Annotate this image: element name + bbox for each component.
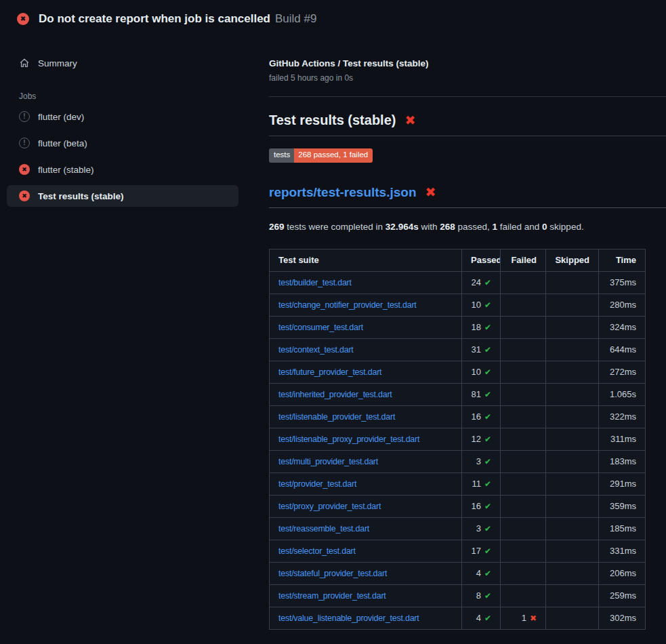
skipped-value — [546, 495, 599, 517]
passed-value: 4 — [476, 613, 481, 623]
passed-value: 31 — [471, 344, 480, 355]
table-row: test/provider_test.dart 11✔ 291ms — [270, 472, 646, 495]
passed-value: 81 — [471, 389, 480, 399]
table-row: test/selector_test.dart 17✔ 331ms — [270, 540, 646, 562]
passed-value: 10 — [471, 367, 480, 377]
run-failed-icon: ✖ — [17, 13, 29, 25]
check-icon: ✔ — [484, 457, 491, 466]
sidebar-item-test-results-stable[interactable]: ✖ Test results (stable) — [7, 185, 238, 207]
table-row: test/future_provider_test.dart 10✔ 272ms — [270, 361, 646, 383]
run-status-text: failed 5 hours ago in 0s — [269, 73, 666, 83]
badge-label: tests — [269, 148, 294, 163]
test-suite-link[interactable]: test/provider_test.dart — [278, 479, 356, 489]
skipped-value — [546, 383, 599, 405]
test-suite-link[interactable]: test/context_test.dart — [278, 345, 354, 355]
report-heading: reports/test-results.json ✖ — [269, 185, 666, 208]
x-glyph: ✖ — [20, 16, 26, 22]
passed-value: 3 — [476, 456, 481, 466]
time-value: 302ms — [599, 607, 646, 629]
sidebar-item-flutter-stable[interactable]: ✖ flutter (stable) — [7, 159, 238, 180]
table-row: test/multi_provider_test.dart 3✔ 183ms — [270, 450, 646, 472]
test-suite-link[interactable]: test/proxy_provider_test.dart — [278, 502, 381, 511]
test-suite-link[interactable]: test/stream_provider_test.dart — [278, 591, 386, 601]
summary-text: tests were completed in — [285, 222, 386, 232]
time-value: 324ms — [599, 316, 646, 338]
section-heading: Test results (stable) ✖ — [269, 113, 666, 136]
sidebar-item-label: flutter (dev) — [38, 112, 84, 122]
sidebar: Summary Jobs ! flutter (dev) ! flutter (… — [0, 38, 257, 207]
run-header: ✖ Do not create report when job is cance… — [0, 0, 666, 38]
table-row: test/change_notifier_provider_test.dart … — [270, 294, 646, 316]
check-icon: ✔ — [484, 613, 491, 623]
failed-icon: ✖ — [19, 190, 30, 201]
passed-value: 16 — [471, 501, 480, 511]
skipped-value — [546, 450, 599, 472]
badge-value: 268 passed, 1 failed — [294, 148, 373, 163]
section-title: Test results (stable) — [269, 113, 396, 128]
summary-text: passed, — [455, 222, 493, 232]
column-header-skipped: Skipped — [546, 249, 599, 271]
test-suite-link[interactable]: test/listenable_provider_test.dart — [278, 412, 395, 422]
table-row: test/value_listenable_provider_test.dart… — [270, 607, 646, 629]
check-icon: ✔ — [484, 524, 491, 534]
time-value: 311ms — [599, 428, 646, 450]
time-value: 259ms — [599, 584, 646, 607]
time-value: 183ms — [599, 450, 646, 472]
sidebar-item-flutter-dev[interactable]: ! flutter (dev) — [7, 106, 238, 127]
passed-value: 18 — [471, 322, 480, 332]
skipped-value — [546, 405, 599, 428]
passed-value: 16 — [471, 411, 480, 422]
cancelled-icon: ! — [19, 138, 30, 148]
test-suite-link[interactable]: test/multi_provider_test.dart — [278, 457, 378, 466]
summary-text: failed and — [497, 222, 542, 232]
passed-value: 3 — [476, 523, 481, 534]
skipped-count: 0 — [542, 222, 547, 232]
cancelled-icon: ! — [19, 111, 30, 122]
jobs-section-label: Jobs — [19, 92, 257, 101]
duration: 32.964s — [386, 222, 419, 232]
table-row: test/stateful_provider_test.dart 4✔ 206m… — [270, 562, 646, 584]
cross-icon: ✖ — [530, 613, 537, 623]
breadcrumb: GitHub Actions / Test results (stable) — [269, 58, 666, 68]
test-suite-link[interactable]: test/selector_test.dart — [278, 546, 356, 556]
test-suite-link[interactable]: test/builder_test.dart — [278, 278, 352, 287]
table-row: test/listenable_provider_test.dart 16✔ 3… — [270, 405, 646, 428]
summary-text: with — [419, 222, 440, 232]
sidebar-item-flutter-beta[interactable]: ! flutter (beta) — [7, 132, 238, 154]
exclamation-glyph: ! — [23, 113, 25, 120]
time-value: 185ms — [599, 517, 646, 540]
test-suite-link[interactable]: test/stateful_provider_test.dart — [278, 569, 387, 578]
time-value: 322ms — [599, 405, 646, 428]
time-value: 331ms — [599, 540, 646, 562]
test-suite-link[interactable]: test/reassemble_test.dart — [278, 524, 369, 534]
time-value: 291ms — [599, 472, 646, 495]
failed-value: 1 — [522, 613, 526, 623]
passed-count: 268 — [440, 222, 455, 232]
sidebar-item-label: Test results (stable) — [38, 191, 124, 201]
check-icon: ✔ — [484, 390, 491, 399]
skipped-value — [546, 540, 599, 562]
time-value: 280ms — [599, 294, 646, 316]
passed-value: 11 — [472, 479, 481, 489]
check-icon: ✔ — [484, 479, 491, 489]
table-row: test/consumer_test.dart 18✔ 324ms — [270, 316, 646, 338]
summary-text: skipped. — [547, 222, 584, 232]
test-suite-link[interactable]: test/future_provider_test.dart — [278, 367, 381, 377]
test-suite-link[interactable]: test/value_listenable_provider_test.dart — [278, 613, 419, 623]
time-value: 206ms — [599, 562, 646, 584]
test-suite-link[interactable]: test/listenable_proxy_provider_test.dart — [278, 435, 419, 444]
test-suite-link[interactable]: test/consumer_test.dart — [278, 323, 363, 332]
failed-icon: ✖ — [19, 164, 30, 175]
table-row: test/inherited_provider_test.dart 81✔ 1.… — [270, 383, 646, 405]
test-suite-link[interactable]: test/change_notifier_provider_test.dart — [278, 300, 417, 310]
check-icon: ✔ — [484, 323, 491, 332]
skipped-value — [546, 428, 599, 450]
column-header-test-suite: Test suite — [270, 249, 462, 271]
check-icon: ✔ — [484, 412, 491, 422]
sidebar-item-summary[interactable]: Summary — [7, 52, 238, 74]
test-suite-link[interactable]: test/inherited_provider_test.dart — [278, 390, 392, 399]
failed-x-icon: ✖ — [425, 186, 436, 199]
time-value: 272ms — [599, 361, 646, 383]
passed-value: 24 — [471, 277, 480, 287]
report-file-link[interactable]: reports/test-results.json — [269, 185, 417, 200]
